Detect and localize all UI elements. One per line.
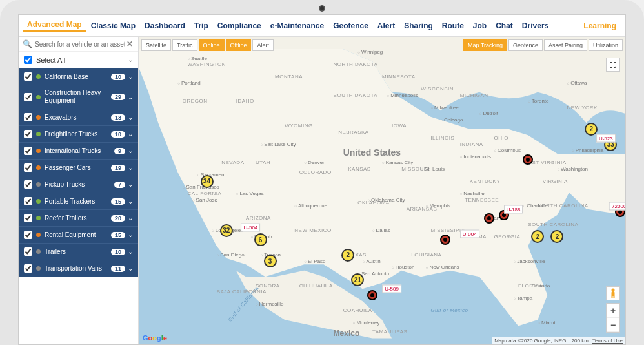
chevron-down-icon[interactable]: ⌄: [128, 265, 133, 272]
streetview-pegman[interactable]: [606, 286, 620, 300]
sidebar-group-transportation-vans[interactable]: Transportation Vans 11 ⌄: [19, 260, 138, 277]
group-checkbox[interactable]: [24, 197, 32, 205]
state-label: OHIO: [494, 135, 508, 141]
group-checkbox[interactable]: [24, 147, 32, 155]
cluster-marker[interactable]: 2: [550, 230, 563, 243]
select-all-row[interactable]: Select All ⌄: [19, 52, 138, 68]
chevron-down-icon[interactable]: ⌄: [128, 181, 133, 188]
state-label: INDIANA: [460, 141, 483, 147]
sidebar-group-reefer-trailers[interactable]: Reefer Trailers 20 ⌄: [19, 210, 138, 227]
group-checkbox[interactable]: [24, 231, 32, 239]
select-all-checkbox[interactable]: [24, 56, 32, 64]
map-btn-traffic[interactable]: Traffic: [172, 39, 197, 51]
cluster-marker[interactable]: 2: [531, 230, 544, 243]
nav-item-alert[interactable]: Alert: [373, 21, 399, 30]
cluster-marker[interactable]: [440, 235, 450, 245]
cluster-marker[interactable]: [367, 290, 377, 300]
status-dot-icon: [36, 199, 41, 204]
fullscreen-button[interactable]: ⛶: [606, 58, 620, 72]
chevron-down-icon[interactable]: ⌄: [128, 131, 133, 138]
cluster-marker[interactable]: 32: [220, 224, 233, 237]
chevron-down-icon[interactable]: ⌄: [128, 248, 133, 255]
svg-point-1: [612, 289, 615, 292]
group-checkbox[interactable]: [24, 93, 32, 101]
unit-tag[interactable]: 720000: [609, 202, 625, 210]
nav-item-trip[interactable]: Trip: [190, 21, 213, 30]
map-btn-map-tracking[interactable]: Map Tracking: [463, 39, 507, 51]
nav-item-geofence[interactable]: Geofence: [328, 21, 373, 30]
map-btn-asset-pairing[interactable]: Asset Pairing: [544, 39, 587, 51]
chevron-down-icon[interactable]: ⌄: [128, 114, 133, 121]
unit-tag[interactable]: U-004: [460, 229, 479, 238]
cluster-marker[interactable]: 3: [264, 255, 277, 267]
state-label: SONORA: [256, 283, 280, 289]
search-input[interactable]: [35, 41, 125, 48]
zoom-in-button[interactable]: +: [607, 304, 619, 318]
clear-search-icon[interactable]: ✕: [125, 39, 134, 48]
sidebar-group-freightliner-trucks[interactable]: Freightliner Trucks 10 ⌄: [19, 126, 138, 143]
city-label: Las Vegas: [236, 191, 264, 196]
cluster-marker[interactable]: 6: [254, 233, 267, 246]
chevron-down-icon[interactable]: ⌄: [128, 231, 133, 238]
chevron-down-icon[interactable]: ⌄: [128, 164, 133, 171]
nav-item-dashboard[interactable]: Dashboard: [140, 21, 190, 30]
sidebar-group-rental-equipment[interactable]: Rental Equipment 15 ⌄: [19, 227, 138, 244]
group-checkbox[interactable]: [24, 72, 32, 81]
chevron-down-icon[interactable]: ⌄: [128, 94, 133, 101]
chevron-down-icon[interactable]: ⌄: [128, 198, 133, 205]
sidebar-group-portable-trackers[interactable]: Portable Trackers 15 ⌄: [19, 193, 138, 210]
state-label: IDAHO: [236, 98, 254, 104]
sidebar-group-passenger-cars[interactable]: Passenger Cars 19 ⌄: [19, 160, 138, 176]
nav-item-e-maintenance[interactable]: e-Maintenance: [266, 21, 328, 30]
chevron-down-icon[interactable]: ⌄: [128, 214, 133, 222]
city-label: Seattle: [187, 56, 207, 61]
country-label-us: United States: [343, 147, 401, 158]
group-checkbox[interactable]: [24, 130, 32, 138]
map-area[interactable]: United States Mexico Gulf of Mexico Gulf…: [139, 37, 625, 344]
cluster-marker[interactable]: 34: [201, 175, 214, 188]
cluster-marker[interactable]: 21: [351, 273, 364, 286]
nav-item-route[interactable]: Route: [438, 21, 468, 30]
chevron-down-icon[interactable]: ⌄: [128, 73, 133, 80]
status-dot-icon: [36, 249, 41, 254]
unit-tag[interactable]: U-504: [241, 224, 261, 232]
sidebar-group-pickup-trucks[interactable]: Pickup Trucks 7 ⌄: [19, 176, 138, 193]
group-checkbox[interactable]: [24, 163, 32, 172]
nav-item-classic-map[interactable]: Classic Map: [86, 21, 140, 30]
group-checkbox[interactable]: [24, 214, 32, 222]
cluster-marker[interactable]: [484, 213, 494, 224]
map-btn-utilization[interactable]: Utilization: [589, 39, 623, 51]
google-logo: Google: [143, 334, 167, 342]
sidebar-group-construction-heavy-equipment[interactable]: Construction Heavy Equipment 29 ⌄: [19, 85, 138, 109]
group-checkbox[interactable]: [24, 180, 32, 189]
map-btn-geofence[interactable]: Geofence: [508, 39, 543, 51]
cluster-marker[interactable]: 2: [341, 249, 354, 262]
group-checkbox[interactable]: [24, 247, 32, 256]
zoom-out-button[interactable]: −: [607, 318, 619, 332]
sidebar-group-california-base[interactable]: California Base 10 ⌄: [19, 68, 138, 85]
group-label: International Trucks: [45, 147, 112, 155]
nav-item-sharing[interactable]: Sharing: [399, 21, 438, 30]
zoom-control: + −: [606, 303, 620, 333]
nav-item-advanced-map[interactable]: Advanced Map: [23, 20, 86, 32]
nav-item-drivers[interactable]: Drivers: [518, 21, 553, 30]
group-checkbox[interactable]: [24, 264, 32, 273]
nav-item-compliance[interactable]: Compliance: [213, 21, 266, 30]
map-btn-online[interactable]: Online: [199, 39, 225, 51]
sidebar-group-excavators[interactable]: Excavators 13 ⌄: [19, 109, 138, 126]
nav-item-chat[interactable]: Chat: [491, 21, 518, 30]
map-btn-alert[interactable]: Alert: [252, 39, 274, 51]
group-checkbox[interactable]: [24, 113, 32, 121]
unit-tag[interactable]: U-509: [382, 285, 401, 293]
unit-tag[interactable]: U-523: [596, 134, 616, 143]
attribution-terms[interactable]: Terms of Use: [592, 338, 623, 344]
sidebar-group-international-trucks[interactable]: International Trucks 9 ⌄: [19, 143, 138, 160]
unit-tag[interactable]: U-188: [504, 205, 523, 213]
cluster-marker[interactable]: [523, 154, 533, 165]
nav-learning[interactable]: Learning: [578, 21, 621, 30]
map-btn-satellite[interactable]: Satellite: [141, 39, 171, 51]
nav-item-job[interactable]: Job: [468, 21, 491, 30]
chevron-down-icon[interactable]: ⌄: [128, 147, 133, 154]
map-btn-offline[interactable]: Offline: [226, 39, 252, 51]
sidebar-group-trailers[interactable]: Trailers 10 ⌄: [19, 244, 138, 260]
